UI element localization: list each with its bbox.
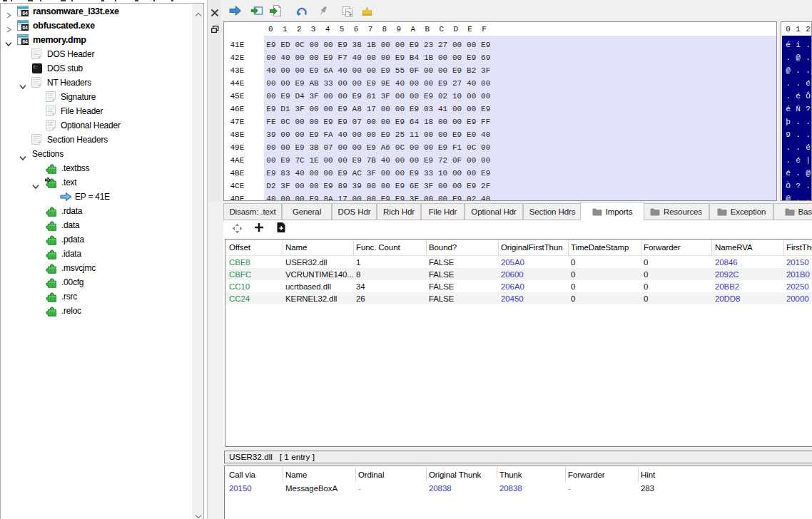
svg-text:64: 64 — [22, 25, 28, 30]
svg-text:64: 64 — [22, 39, 28, 44]
svg-text:C:: C: — [34, 64, 39, 69]
svg-text:64: 64 — [22, 11, 28, 16]
